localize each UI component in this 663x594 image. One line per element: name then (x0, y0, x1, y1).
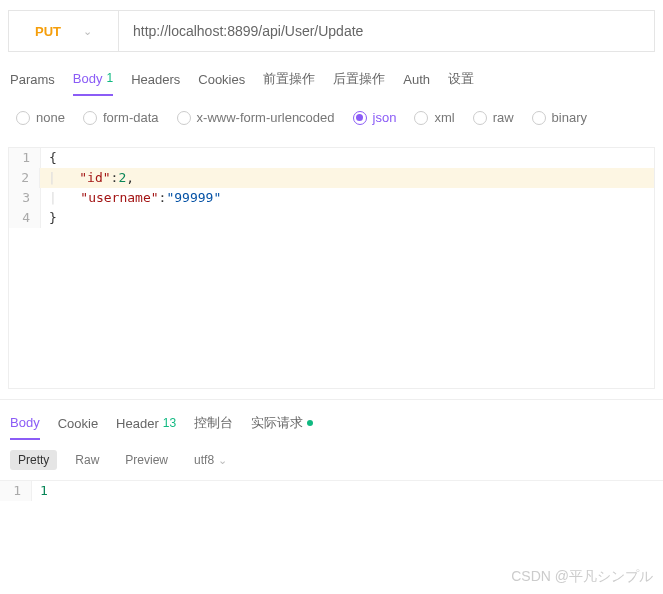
response-tabs: Body Cookie Header 13 控制台 实际请求 (0, 399, 663, 440)
tab-params[interactable]: Params (10, 70, 55, 96)
radio-icon (83, 111, 97, 125)
line-number: 2 (9, 168, 40, 188)
request-body-editor[interactable]: 1{ 2| "id":2, 3| "username":"99999" 4} (9, 148, 654, 388)
tab-body-label: Body (73, 71, 103, 86)
line-number: 1 (0, 481, 32, 501)
tab-pre-request[interactable]: 前置操作 (263, 70, 315, 96)
tab-post-request[interactable]: 后置操作 (333, 70, 385, 96)
dot-indicator-icon (307, 420, 313, 426)
radio-json[interactable]: json (353, 110, 397, 125)
radio-none[interactable]: none (16, 110, 65, 125)
radio-icon (473, 111, 487, 125)
method-dropdown[interactable]: PUT ⌄ (9, 11, 119, 51)
header-count-badge: 13 (163, 416, 176, 430)
tab-cookies[interactable]: Cookies (198, 70, 245, 96)
radio-binary[interactable]: binary (532, 110, 587, 125)
radio-checked-icon (353, 111, 367, 125)
tab-headers[interactable]: Headers (131, 70, 180, 96)
body-type-radios: none form-data x-www-form-urlencoded jso… (0, 96, 663, 139)
chevron-down-icon: ⌄ (218, 454, 227, 467)
response-toolbar: Pretty Raw Preview utf8 ⌄ (0, 440, 663, 480)
format-pretty[interactable]: Pretty (10, 450, 57, 470)
radio-form-data[interactable]: form-data (83, 110, 159, 125)
radio-xml[interactable]: xml (414, 110, 454, 125)
url-input[interactable] (119, 11, 654, 51)
chevron-down-icon: ⌄ (83, 25, 92, 38)
tab-body-badge: 1 (106, 71, 113, 85)
response-tab-console[interactable]: 控制台 (194, 414, 233, 440)
radio-icon (414, 111, 428, 125)
format-preview[interactable]: Preview (117, 450, 176, 470)
line-number: 1 (9, 148, 41, 168)
response-tab-actual-request[interactable]: 实际请求 (251, 414, 313, 440)
radio-icon (532, 111, 546, 125)
line-number: 3 (9, 188, 41, 208)
request-bar: PUT ⌄ (8, 10, 655, 52)
radio-icon (16, 111, 30, 125)
response-tab-cookie[interactable]: Cookie (58, 416, 98, 439)
tab-body[interactable]: Body 1 (73, 70, 113, 96)
tab-settings[interactable]: 设置 (448, 70, 474, 96)
radio-icon (177, 111, 191, 125)
response-tab-body[interactable]: Body (10, 415, 40, 440)
response-tab-header[interactable]: Header 13 (116, 416, 176, 439)
radio-raw[interactable]: raw (473, 110, 514, 125)
method-label: PUT (35, 24, 61, 39)
format-raw[interactable]: Raw (67, 450, 107, 470)
request-tabs: Params Body 1 Headers Cookies 前置操作 后置操作 … (0, 52, 663, 96)
line-number: 4 (9, 208, 41, 228)
response-body-editor[interactable]: 11 (0, 480, 663, 501)
encoding-dropdown[interactable]: utf8 ⌄ (194, 453, 227, 467)
request-body-editor-wrap: 1{ 2| "id":2, 3| "username":"99999" 4} (8, 147, 655, 389)
tab-auth[interactable]: Auth (403, 70, 430, 96)
radio-urlencoded[interactable]: x-www-form-urlencoded (177, 110, 335, 125)
